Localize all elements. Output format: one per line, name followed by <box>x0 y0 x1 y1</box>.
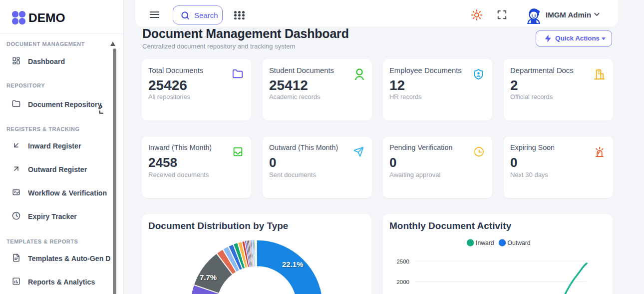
svg-text:Inward: Inward <box>476 240 494 246</box>
svg-text:Outward: Outward <box>508 240 531 246</box>
svg-text:2500: 2500 <box>396 258 409 264</box>
svg-text:2000: 2000 <box>396 279 409 285</box>
svg-text:22.1%: 22.1% <box>282 260 304 268</box>
svg-text:7.7%: 7.7% <box>200 273 217 282</box>
